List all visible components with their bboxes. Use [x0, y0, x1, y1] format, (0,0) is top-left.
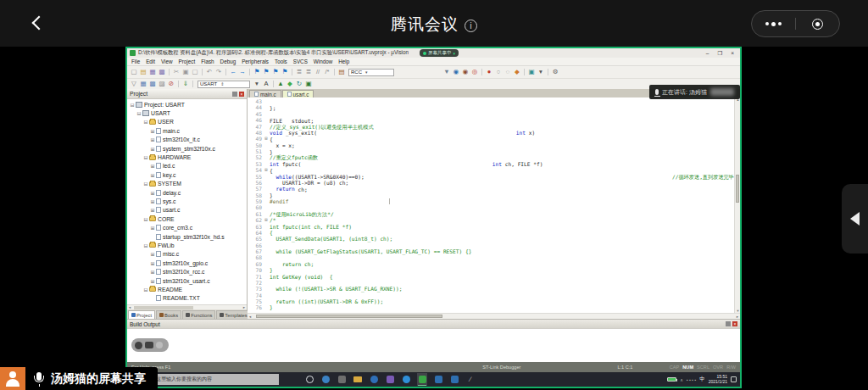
close-panel-icon[interactable]: ×	[732, 321, 737, 326]
toolbar-icon[interactable]: ◌	[504, 68, 512, 76]
purple-app-icon[interactable]	[385, 373, 395, 386]
window-app1-icon[interactable]	[433, 373, 443, 386]
tree-expander-icon[interactable]: ⊞	[149, 163, 156, 169]
toolbar-icon[interactable]: ◉	[452, 68, 460, 76]
toolbar-icon[interactable]: ▨	[158, 80, 166, 88]
toolbar-icon[interactable]: ↷	[214, 68, 223, 76]
toolbar-icon[interactable]: ↶	[205, 68, 214, 76]
close-panel-icon[interactable]: ×	[239, 92, 244, 97]
toolbar-icon[interactable]: ≣	[304, 68, 313, 76]
menu-peripherals[interactable]: Peripherals	[242, 58, 269, 64]
toolbar-icon[interactable]: ⚑	[281, 68, 289, 76]
toolbar-icon[interactable]: ◆	[513, 68, 521, 76]
toolbar-icon[interactable]: ↻	[295, 80, 303, 88]
menu-tools[interactable]: Tools	[275, 58, 287, 64]
tree-item-system-stm32f10x-c[interactable]: ⊞system_stm32f10x.c	[127, 144, 247, 153]
tree-item-hardware[interactable]: ⊟HARDWARE	[127, 153, 247, 161]
toolbar-icon[interactable]: ▣	[527, 68, 536, 76]
tree-item-core[interactable]: ⊟CORE	[127, 214, 247, 223]
tree-expander-icon[interactable]: ⊞	[149, 225, 156, 231]
battery-icon[interactable]	[667, 377, 676, 382]
toolbar-icon[interactable]: ◎	[470, 68, 479, 76]
toolbar-icon[interactable]: ▤	[337, 68, 346, 76]
tree-item-startup-stm32f10x-hd-s[interactable]: startup_stm32f10x_hd.s	[127, 232, 247, 241]
tree-item-readme[interactable]: ⊟README	[127, 285, 247, 293]
toolbar-icon[interactable]: ▲	[276, 80, 285, 88]
panel-tab-project[interactable]: Project	[128, 310, 155, 319]
panel-tab-templates[interactable]: Templates	[216, 310, 250, 319]
tree-item-led-c[interactable]: ⊞led.c	[127, 162, 247, 170]
side-panel-handle[interactable]	[842, 184, 868, 254]
toolbar-icon[interactable]: ▢	[130, 68, 138, 76]
tree-item-key-c[interactable]: ⊞key.c	[127, 170, 247, 179]
tree-item-stm32f10x-gpio-c[interactable]: ⊞stm32f10x_gpio.c	[127, 259, 247, 267]
toolbar-icon[interactable]: ▤	[139, 68, 147, 76]
file-explorer-icon[interactable]	[353, 373, 363, 386]
tree-expander-icon[interactable]: ⊞	[149, 207, 156, 213]
action-center-icon[interactable]	[731, 376, 737, 382]
tree-expander-icon[interactable]: ⊞	[149, 172, 156, 178]
target-select[interactable]: USART⇕	[198, 81, 250, 88]
editor-hscrollbar[interactable]: ◄ ►	[248, 313, 740, 319]
store-icon[interactable]	[337, 373, 347, 386]
tree-item-fwlib[interactable]: ⊟FWLib	[127, 241, 247, 249]
toolbar-icon[interactable]: ⚙	[551, 68, 559, 76]
toolbar-icon[interactable]: ✂	[172, 68, 181, 76]
tree-item-misc-c[interactable]: ⊞misc.c	[127, 250, 247, 259]
tree-expander-icon[interactable]: ⊟	[142, 242, 149, 248]
editor-vscrollbar[interactable]: ▲ ▼	[734, 98, 740, 313]
panel-tab-books[interactable]: Books	[156, 310, 181, 319]
tree-expander-icon[interactable]: ⊞	[149, 146, 156, 152]
fold-icon[interactable]: ⊟	[263, 136, 270, 142]
toolbar-icon[interactable]: //	[314, 68, 322, 76]
tree-expander-icon[interactable]: ⊞	[149, 269, 156, 275]
toolbar-icon[interactable]: ⇓	[181, 80, 190, 88]
pin-icon[interactable]	[232, 92, 237, 97]
toolbar-icon[interactable]: /*	[323, 68, 331, 76]
tree-expander-icon[interactable]: ⊟	[142, 119, 149, 125]
toolbar-icon[interactable]: ⊘	[167, 80, 175, 88]
taskbar-clock[interactable]: 15:512021/1/21	[709, 375, 727, 384]
toolbar-icon[interactable]: ▣	[304, 80, 313, 88]
toolbar-icon[interactable]: ▦	[148, 68, 157, 76]
tree-item-main-c[interactable]: ⊞main.c	[127, 126, 247, 135]
tree-item-usart[interactable]: ⊟USART	[127, 109, 247, 117]
tree-item-system[interactable]: ⊟SYSTEM	[127, 180, 247, 188]
tree-expander-icon[interactable]: ⊞	[149, 260, 156, 266]
info-icon[interactable]: i	[465, 20, 477, 32]
toolbar-icon[interactable]: ⚑	[262, 68, 270, 76]
toolbar-icon[interactable]: ○	[494, 68, 503, 76]
toolbar-icon[interactable]: A	[262, 80, 270, 88]
exit-miniprogram-button[interactable]	[796, 11, 839, 36]
blue-app-icon[interactable]	[401, 373, 411, 386]
rcc-combobox[interactable]: RCC▾	[348, 69, 394, 76]
code-area[interactable]: 4344};4546FILE __stdout;47//定义_sys_exit(…	[248, 98, 734, 313]
edge-icon[interactable]	[320, 373, 331, 386]
tree-item-stm32f10x-it-c[interactable]: ⊞stm32f10x_it.c	[127, 136, 247, 144]
tree-expander-icon[interactable]: ⊞	[149, 198, 156, 204]
cortana-icon[interactable]	[304, 373, 314, 386]
toolbar-icon[interactable]: ▾	[253, 80, 261, 88]
menu-edit[interactable]: Edit	[146, 58, 155, 64]
tree-item-readme-txt[interactable]: README.TXT	[127, 294, 247, 303]
toolbar-icon[interactable]: ⚑	[253, 68, 261, 76]
tree-expander-icon[interactable]: ⊞	[149, 190, 156, 196]
close-button[interactable]: ×	[731, 50, 734, 57]
toolbar-icon[interactable]: ▽	[130, 80, 138, 88]
editor-tab-usart.c[interactable]: usart.c	[282, 90, 314, 98]
taskbar-search-box[interactable]: 在这里输入你要搜索的内容	[141, 374, 279, 385]
tree-expander-icon[interactable]: ⊟	[142, 287, 149, 292]
tree-item-stm32f10x-rcc-c[interactable]: ⊞stm32f10x_rcc.c	[127, 267, 247, 276]
more-button[interactable]	[752, 11, 795, 36]
menu-help[interactable]: Help	[338, 58, 349, 64]
toolbar-icon[interactable]: ▼	[442, 68, 451, 76]
avatar[interactable]	[0, 367, 25, 390]
tree-expander-icon[interactable]: ⊞	[149, 251, 156, 257]
tree-item-delay-c[interactable]: ⊞delay.c	[127, 188, 247, 197]
clock-app-icon[interactable]	[369, 373, 379, 386]
tray-expand-icon[interactable]: ∧	[680, 377, 683, 382]
ime-indicator[interactable]: 中	[699, 376, 705, 383]
pen-app-icon[interactable]: ∕	[465, 373, 476, 386]
toolbar-icon[interactable]: ◆	[286, 80, 294, 88]
toolbar-icon[interactable]: ▩	[148, 80, 157, 88]
